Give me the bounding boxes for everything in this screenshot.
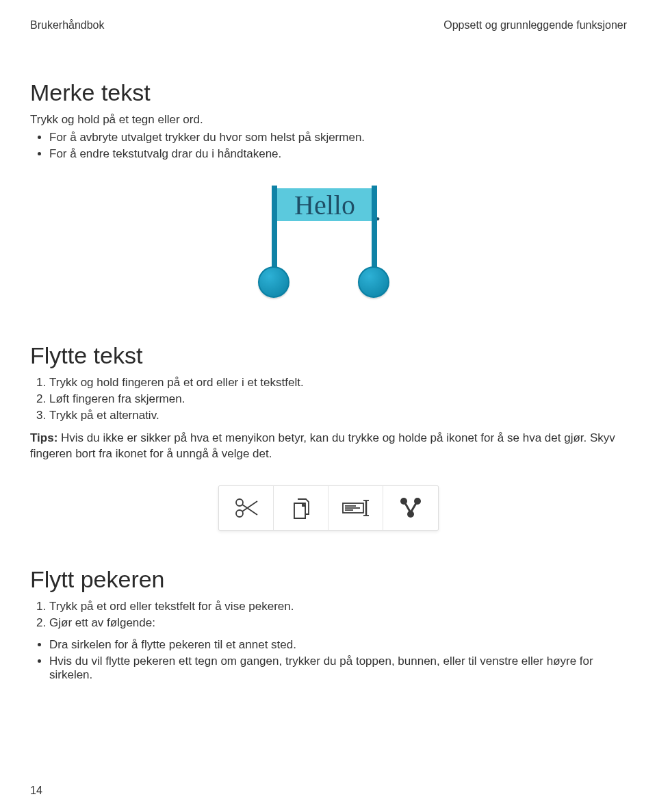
list-item: Trykk på et ord eller tekstfelt for å vi… xyxy=(49,600,627,613)
figure-text-selection: Hello . xyxy=(30,184,627,311)
share-icon xyxy=(398,496,423,520)
svg-line-14 xyxy=(405,503,410,511)
section-title-flytt-pekeren: Flytt pekeren xyxy=(30,566,627,593)
selection-handle-left[interactable] xyxy=(258,266,289,298)
page-number: 14 xyxy=(30,785,42,797)
list-item: Løft fingeren fra skjermen. xyxy=(49,392,627,406)
selected-text: Hello xyxy=(274,188,375,221)
list-item: Trykk og hold fingeren på et ord eller i… xyxy=(49,376,627,390)
paste-icon xyxy=(341,499,371,517)
svg-point-1 xyxy=(236,499,243,506)
tips-paragraph: Tips: Hvis du ikke er sikker på hva et m… xyxy=(30,431,627,462)
tips-label: Tips: xyxy=(30,431,57,444)
list-item: Dra sirkelen for å flytte pekeren til et… xyxy=(49,638,627,652)
section3-bullets: Dra sirkelen for å flytte pekeren til et… xyxy=(30,638,627,682)
header-right: Oppsett og grunnleggende funksjoner xyxy=(443,19,627,31)
section3-steps: Trykk på et ord eller tekstfelt for å vi… xyxy=(30,600,627,630)
copy-icon xyxy=(289,495,313,521)
text-action-toolbar xyxy=(218,485,439,531)
cut-icon xyxy=(233,496,260,520)
header-left: Brukerhåndbok xyxy=(30,19,105,31)
section-title-merke-tekst: Merke tekst xyxy=(30,79,627,106)
section2-steps: Trykk og hold fingeren på et ord eller i… xyxy=(30,376,627,422)
list-item: Hvis du vil flytte pekeren ett tegn om g… xyxy=(49,655,627,682)
section-title-flytte-tekst: Flytte tekst xyxy=(30,342,627,369)
list-item: For å endre tekstutvalg drar du i håndta… xyxy=(49,147,627,161)
svg-line-15 xyxy=(411,503,416,511)
selection-handle-right[interactable] xyxy=(358,266,389,298)
svg-point-0 xyxy=(236,510,243,517)
selection-illustration: Hello . xyxy=(270,184,387,311)
copy-button[interactable] xyxy=(274,486,328,530)
section1-intro: Trykk og hold på et tegn eller ord. xyxy=(30,113,627,127)
svg-point-13 xyxy=(407,511,414,518)
list-item: Gjør ett av følgende: xyxy=(49,616,627,630)
selection-bar-right xyxy=(372,186,377,268)
cut-button[interactable] xyxy=(219,486,274,530)
figure-toolbar xyxy=(30,485,627,531)
paste-button[interactable] xyxy=(328,486,383,530)
list-item: For å avbryte utvalget trykker du hvor s… xyxy=(49,131,627,144)
share-button[interactable] xyxy=(383,486,438,530)
section1-bullets: For å avbryte utvalget trykker du hvor s… xyxy=(30,131,627,161)
list-item: Trykk på et alternativ. xyxy=(49,409,627,422)
tips-text: Hvis du ikke er sikker på hva et menyiko… xyxy=(30,431,615,460)
selection-bar-left xyxy=(272,186,277,268)
page-header: Brukerhåndbok Oppsett og grunnleggende f… xyxy=(30,19,627,31)
